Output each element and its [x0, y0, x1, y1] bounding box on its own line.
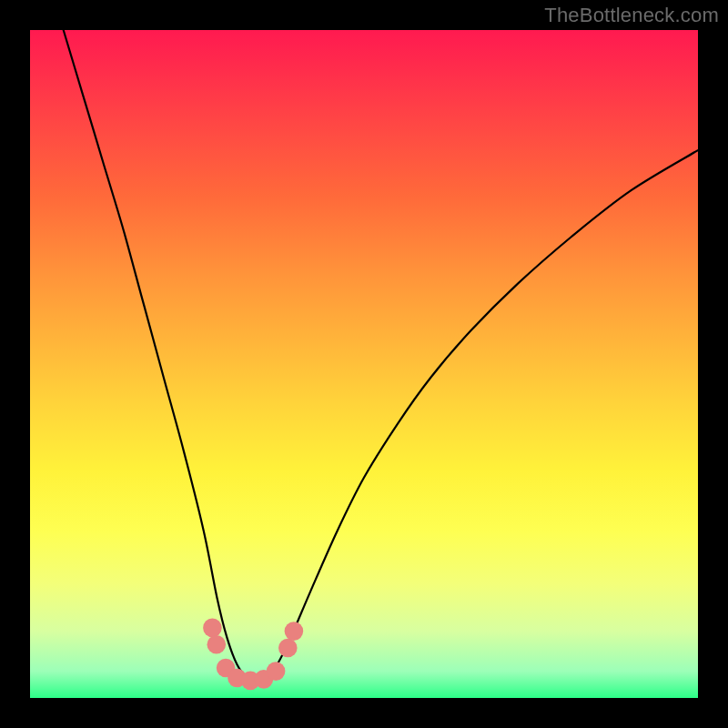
- curve-marker: [278, 639, 298, 658]
- chart-frame: TheBottleneck.com: [0, 0, 728, 728]
- curve-layer: [30, 30, 698, 698]
- bottleneck-curve: [64, 30, 698, 682]
- curve-marker: [267, 662, 286, 681]
- curve-marker: [207, 635, 227, 654]
- watermark-text: TheBottleneck.com: [544, 4, 719, 27]
- plot-area: [30, 30, 698, 698]
- curve-marker: [285, 622, 304, 641]
- curve-marker: [203, 619, 222, 638]
- curve-markers: [203, 619, 303, 691]
